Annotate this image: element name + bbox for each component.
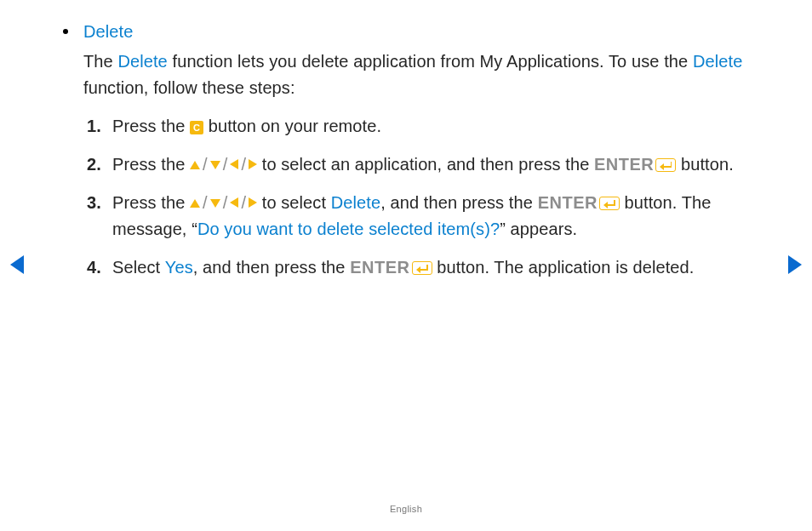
text: Press the: [112, 155, 190, 174]
text: function lets you delete application fro…: [168, 52, 693, 71]
keyword-delete: Delete: [693, 52, 742, 71]
arrow-right-icon: [249, 159, 257, 169]
separator: /: [238, 193, 249, 212]
enter-icon: [599, 197, 620, 210]
text: to select: [257, 193, 331, 212]
footer-language: English: [0, 504, 812, 514]
text: button.: [676, 155, 734, 174]
next-page-button[interactable]: [788, 255, 802, 274]
c-button-icon: C: [190, 121, 203, 134]
text: to select an application, and then press…: [257, 155, 594, 174]
arrow-up-icon: [190, 199, 200, 208]
keyword-delete: Delete: [331, 193, 380, 212]
separator: /: [200, 193, 210, 212]
prev-page-button[interactable]: [10, 255, 24, 274]
arrow-right-icon: [249, 197, 257, 208]
step-4: Select Yes, and then press the ENTER but…: [112, 254, 758, 281]
arrow-left-icon: [230, 197, 238, 208]
section-heading: Delete: [83, 22, 133, 41]
enter-label: ENTER: [350, 258, 409, 277]
arrow-up-icon: [190, 161, 200, 169]
step-1: Press the C button on your remote.: [112, 113, 758, 140]
enter-icon: [655, 158, 676, 172]
text: The: [83, 52, 117, 71]
separator: /: [220, 193, 231, 212]
arrow-down-icon: [210, 199, 220, 208]
text: , and then press the: [380, 193, 537, 212]
text: button on your remote.: [203, 117, 381, 135]
section-bullet: Delete: [83, 19, 758, 45]
enter-label: ENTER: [538, 193, 598, 212]
text: Select: [112, 258, 165, 277]
text: Press the: [112, 193, 190, 212]
steps-list: Press the C button on your remote. Press…: [83, 113, 758, 281]
separator: /: [238, 155, 249, 174]
text: Press the: [112, 117, 190, 135]
step-3: Press the /// to select Delete, and then…: [112, 190, 758, 243]
intro-paragraph: The Delete function lets you delete appl…: [83, 49, 758, 101]
arrow-left-icon: [230, 159, 238, 169]
enter-label: ENTER: [594, 155, 654, 174]
separator: /: [220, 155, 231, 174]
manual-page: Delete The Delete function lets you dele…: [0, 0, 812, 531]
keyword-yes: Yes: [165, 258, 193, 277]
text: button. The application is deleted.: [432, 258, 695, 277]
bullet-icon: [63, 29, 68, 34]
text: ” appears.: [500, 220, 577, 238]
arrow-down-icon: [210, 161, 220, 169]
step-2: Press the /// to select an application, …: [112, 151, 758, 178]
confirmation-message: Do you want to delete selected item(s)?: [197, 220, 500, 238]
enter-icon: [412, 261, 432, 275]
separator: /: [200, 155, 210, 174]
keyword-delete: Delete: [117, 52, 167, 71]
page-content: Delete The Delete function lets you dele…: [54, 19, 758, 281]
text: , and then press the: [193, 258, 350, 277]
text: function, follow these steps:: [83, 78, 295, 97]
